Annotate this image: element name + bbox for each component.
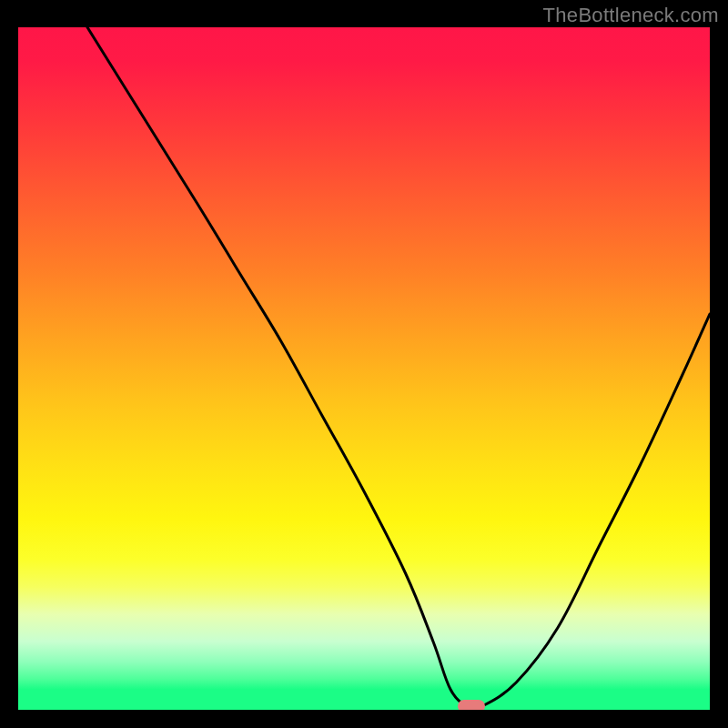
bottleneck-curve (18, 27, 710, 710)
optimal-marker (458, 700, 485, 710)
watermark-text: TheBottleneck.com (543, 4, 719, 27)
plot-area (18, 27, 710, 710)
chart-frame: TheBottleneck.com (0, 0, 728, 728)
curve-path (87, 27, 710, 709)
